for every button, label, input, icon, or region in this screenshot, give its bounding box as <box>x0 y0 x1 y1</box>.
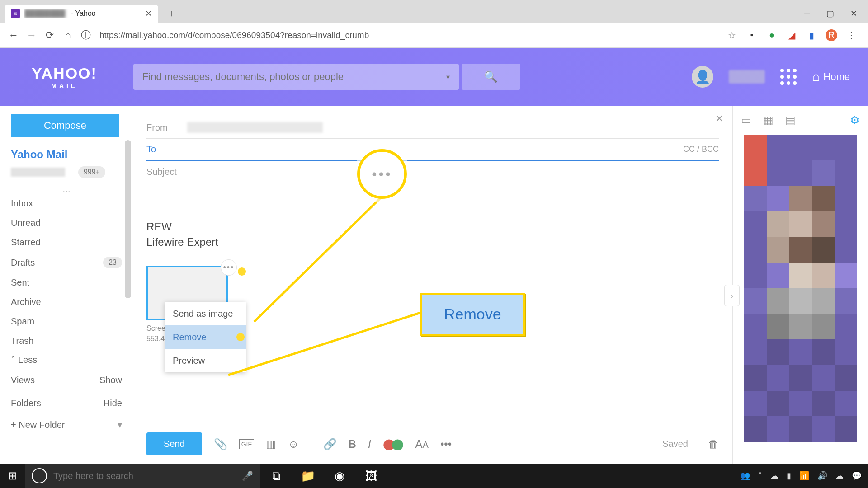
stationery-icon[interactable]: ▥ <box>266 438 276 450</box>
folder-inbox[interactable]: Inbox <box>11 194 122 213</box>
apps-grid-icon[interactable] <box>780 69 797 85</box>
from-value-blur <box>187 122 323 133</box>
back-icon[interactable]: ← <box>5 26 23 44</box>
folders-row[interactable]: FoldersHide <box>11 392 122 415</box>
menu-preview[interactable]: Preview <box>165 349 246 372</box>
ext-icon-4[interactable]: ▮ <box>806 29 817 41</box>
views-row[interactable]: ViewsShow <box>11 369 122 392</box>
url-text[interactable]: https://mail.yahoo.com/d/compose/0696093… <box>95 30 726 40</box>
next-pane-handle[interactable]: › <box>724 285 740 306</box>
new-tab-button[interactable]: ＋ <box>164 6 179 21</box>
separator <box>311 436 311 452</box>
notifications-icon[interactable]: 💬 <box>852 471 862 481</box>
people-icon[interactable]: 👥 <box>740 471 750 481</box>
attachment-more-icon[interactable]: ••• <box>221 259 237 276</box>
wifi-icon[interactable]: 📶 <box>799 471 809 481</box>
callout-more-dots: ••• <box>372 166 392 183</box>
emoji-icon[interactable]: ☺ <box>288 438 299 450</box>
folder-sent[interactable]: Sent <box>11 273 122 292</box>
folder-spam[interactable]: Spam <box>11 312 122 331</box>
account-section-title[interactable]: Yahoo Mail <box>11 148 122 161</box>
window-controls: ─ ▢ ✕ <box>804 5 868 23</box>
task-view-icon[interactable]: ⧉ <box>260 464 292 488</box>
right-pane-icons: ▭ ▦ ▤ ⚙ <box>741 114 860 127</box>
account-row[interactable]: .. 999+ <box>11 166 122 178</box>
profile-avatar[interactable]: R <box>826 29 837 41</box>
file-explorer-icon[interactable]: 📁 <box>292 464 324 488</box>
compose-button[interactable]: Compose <box>11 114 119 137</box>
star-icon[interactable]: ☆ <box>726 29 738 41</box>
folder-list: Inbox Unread Starred Drafts23 Sent Archi… <box>11 194 122 351</box>
folder-trash[interactable]: Trash <box>11 331 122 351</box>
search-input[interactable] <box>142 71 442 83</box>
new-folder-button[interactable]: + New Folder▾ <box>11 415 122 435</box>
chrome-icon[interactable]: ◉ <box>324 464 355 488</box>
menu-send-as-image[interactable]: Send as image <box>165 302 246 325</box>
yahoo-logo[interactable]: YAHOO! MAIL <box>32 65 97 89</box>
subject-field[interactable]: Subject <box>146 161 719 183</box>
notepad-icon[interactable]: ▤ <box>785 114 796 127</box>
taskbar-search[interactable]: 🎤 <box>25 464 260 488</box>
onedrive-icon[interactable]: ☁ <box>770 471 778 481</box>
gear-icon[interactable]: ⚙ <box>850 114 860 127</box>
mic-icon[interactable]: 🎤 <box>242 470 253 481</box>
system-tray: 👥 ˄ ☁ ▮ 📶 🔊 ☁ 💬 <box>740 471 868 481</box>
yahoo-header: YAHOO! MAIL ▾ 🔍 👤 ⌂ Home <box>0 48 868 106</box>
callout-endpoint-1 <box>238 267 246 276</box>
browser-tab[interactable]: ✉ ████████ - Yahoo ✕ <box>5 5 158 23</box>
compose-pane: ✕ From To CC / BCC Subject REW Lifewire … <box>131 106 732 464</box>
attach-icon[interactable]: 📎 <box>214 438 227 450</box>
font-size-icon[interactable]: AA <box>415 438 429 450</box>
ext-icon-2[interactable]: ● <box>766 29 778 41</box>
maximize-icon[interactable]: ▢ <box>826 9 834 19</box>
home-link[interactable]: ⌂ Home <box>812 70 850 84</box>
close-compose-icon[interactable]: ✕ <box>715 113 723 125</box>
cc-bcc-toggle[interactable]: CC / BCC <box>683 145 719 154</box>
folder-starred[interactable]: Starred <box>11 233 122 252</box>
address-bar: ← → ⟳ ⌂ ⓘ https://mail.yahoo.com/d/compo… <box>0 23 868 48</box>
kebab-menu-icon[interactable]: ⋮ <box>845 29 857 41</box>
calendar-icon[interactable]: ▦ <box>763 114 774 127</box>
contacts-icon[interactable]: ▭ <box>741 114 751 127</box>
folder-drafts[interactable]: Drafts23 <box>11 252 122 273</box>
home-icon[interactable]: ⌂ <box>59 26 77 44</box>
search-box[interactable]: ▾ <box>133 64 459 90</box>
ext-icon-1[interactable]: ▪ <box>746 29 758 41</box>
to-field[interactable]: To CC / BCC <box>146 139 719 161</box>
unread-badge: 999+ <box>78 166 105 178</box>
italic-icon[interactable]: I <box>368 438 371 450</box>
close-tab-icon[interactable]: ✕ <box>145 9 152 19</box>
callout-box-remove: Remove <box>420 293 525 336</box>
start-button[interactable]: ⊞ <box>0 464 25 488</box>
chevron-down-icon[interactable]: ▾ <box>446 73 450 81</box>
user-avatar[interactable]: 👤 <box>692 66 713 88</box>
folder-unread[interactable]: Unread <box>11 213 122 233</box>
taskbar-search-input[interactable] <box>53 471 235 481</box>
tray-chevron-icon[interactable]: ˄ <box>758 471 762 481</box>
forward-icon[interactable]: → <box>23 26 41 44</box>
chevron-up-icon: ˄ <box>11 354 15 365</box>
chevron-down-icon: ▾ <box>118 419 122 430</box>
discard-icon[interactable]: 🗑 <box>708 438 719 450</box>
volume-icon[interactable]: 🔊 <box>817 471 827 481</box>
link-icon[interactable]: 🔗 <box>323 438 337 450</box>
reload-icon[interactable]: ⟳ <box>41 26 59 44</box>
from-field[interactable]: From <box>146 117 719 139</box>
cloud-icon[interactable]: ☁ <box>835 471 844 481</box>
text-color-icon[interactable]: ⬤⬤ <box>383 438 404 450</box>
ext-icon-3[interactable]: ◢ <box>786 29 797 41</box>
bold-icon[interactable]: B <box>349 438 356 450</box>
sidebar-scrollbar[interactable] <box>125 140 131 298</box>
search-button[interactable]: 🔍 <box>462 64 520 90</box>
more-format-icon[interactable]: ••• <box>440 438 452 450</box>
less-toggle[interactable]: ˄Less <box>11 351 122 369</box>
menu-remove[interactable]: Remove <box>165 325 246 349</box>
site-info-icon[interactable]: ⓘ <box>77 26 95 44</box>
folder-archive[interactable]: Archive <box>11 292 122 312</box>
send-button[interactable]: Send <box>146 432 202 455</box>
gif-icon[interactable]: GIF <box>239 439 254 449</box>
close-window-icon[interactable]: ✕ <box>850 9 857 19</box>
battery-icon[interactable]: ▮ <box>787 471 791 481</box>
minimize-icon[interactable]: ─ <box>804 9 810 19</box>
photos-icon[interactable]: 🖼 <box>355 464 387 488</box>
